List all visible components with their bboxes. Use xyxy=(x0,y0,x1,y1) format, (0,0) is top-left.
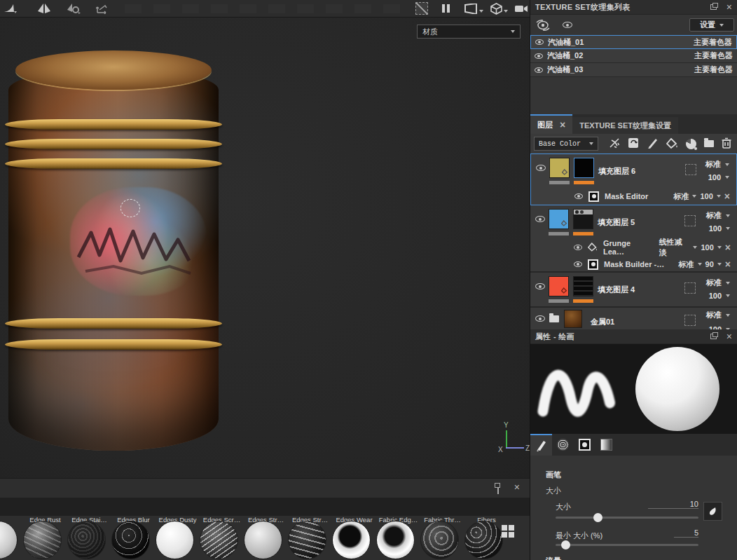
fill-color-thumbnail[interactable] xyxy=(549,209,569,229)
effect-visibility-icon[interactable] xyxy=(574,193,583,199)
fill-color-thumbnail[interactable] xyxy=(549,158,570,178)
close-icon[interactable]: × xyxy=(514,484,520,491)
material-thumbnail[interactable] xyxy=(288,521,326,559)
layer-visibility-icon[interactable] xyxy=(535,283,545,289)
pause-engine-icon[interactable] xyxy=(439,1,453,16)
remove-effect-icon[interactable]: × xyxy=(725,261,731,268)
symmetry-icon[interactable] xyxy=(34,1,55,16)
shading-mode-select[interactable]: 材质 xyxy=(417,25,521,39)
blend-mode-select[interactable]: 标准 xyxy=(706,278,730,288)
viewport-mode-icon[interactable] xyxy=(460,1,487,16)
effect-visibility-icon[interactable] xyxy=(574,261,582,267)
float-panel-icon[interactable] xyxy=(497,485,499,493)
uv-transform-icon[interactable] xyxy=(684,282,696,294)
add-paint-layer-icon[interactable] xyxy=(647,137,659,150)
add-folder-icon[interactable] xyxy=(704,140,714,147)
material-thumbnail[interactable] xyxy=(332,521,371,559)
folder-thumbnail[interactable] xyxy=(564,310,582,328)
add-smart-mask-icon[interactable] xyxy=(686,139,696,149)
blend-mode-select[interactable]: 标准 xyxy=(705,159,729,170)
size-slider[interactable] xyxy=(556,517,698,519)
uv-reproject-icon[interactable] xyxy=(92,1,112,16)
deselect-icon[interactable] xyxy=(412,1,432,16)
mask-thumbnail[interactable] xyxy=(573,209,593,229)
add-effect-icon[interactable] xyxy=(609,137,620,150)
viewport-3d[interactable]: 材质 Y X Z xyxy=(0,18,530,478)
material-thumbnail[interactable] xyxy=(111,521,150,559)
shelf-material-item[interactable]: Edge Rust xyxy=(23,516,67,560)
layer-visibility-icon[interactable] xyxy=(535,315,545,322)
close-icon[interactable]: × xyxy=(726,333,732,340)
texture-set-row[interactable]: 汽油桶_02 主要着色器 xyxy=(530,49,737,63)
layer-visibility-icon[interactable] xyxy=(536,165,546,171)
channel-select[interactable]: Base Color xyxy=(534,137,598,151)
pen-pressure-button[interactable] xyxy=(703,502,722,521)
fill-color-thumbnail[interactable] xyxy=(549,276,569,296)
tab-layers[interactable]: 图层 × xyxy=(530,114,572,134)
float-panel-icon[interactable] xyxy=(710,334,717,339)
layer-row-metal01[interactable]: 金属01 标准 100 xyxy=(530,308,737,329)
shelf-material-item[interactable]: Fabric Edg… xyxy=(376,516,420,560)
layer-name[interactable]: 金属01 xyxy=(591,317,614,327)
texture-set-row[interactable]: 汽油桶_03 主要着色器 xyxy=(530,63,737,77)
delete-layer-icon[interactable] xyxy=(722,137,731,150)
visibility-eye-icon[interactable] xyxy=(563,22,572,28)
paint-tool-icon[interactable] xyxy=(0,1,21,16)
material-thumbnail[interactable] xyxy=(23,521,62,559)
min-size-value-field[interactable]: 5 xyxy=(674,528,698,538)
layer-row-fill4[interactable]: 填充图层 4 标准 100 xyxy=(530,273,737,308)
shelf-material-item[interactable]: … xyxy=(0,516,23,560)
mesh-display-icon[interactable] xyxy=(487,1,511,16)
mask-thumbnail[interactable] xyxy=(574,158,594,178)
close-icon[interactable]: × xyxy=(726,4,732,11)
material-thumbnail[interactable] xyxy=(156,521,194,559)
shelf-material-item[interactable]: Edge Stai… xyxy=(67,516,111,560)
size-slider-knob[interactable] xyxy=(593,513,602,522)
uv-transform-icon[interactable] xyxy=(684,215,696,226)
eye-icon[interactable] xyxy=(535,39,544,45)
opacity-select[interactable]: 100 xyxy=(709,224,730,233)
layer-name[interactable]: 填充图层 5 xyxy=(598,217,635,228)
add-fill-layer-icon[interactable] xyxy=(666,138,678,150)
layer-row-fill5[interactable]: 填充图层 5 标准 100 Grunge Lea… 线性减淡 100 xyxy=(530,205,737,273)
effect-row-grunge[interactable]: Grunge Lea… 线性减淡 100 × xyxy=(530,239,737,256)
sync-visibility-icon[interactable] xyxy=(536,20,550,31)
shelf-material-item[interactable]: Edges Scr… xyxy=(200,516,244,560)
material-thumbnail[interactable] xyxy=(376,521,415,559)
material-thumbnail[interactable] xyxy=(67,521,106,559)
mask-thumbnail[interactable] xyxy=(573,276,593,296)
material-thumbnail[interactable] xyxy=(244,521,282,559)
min-size-slider[interactable] xyxy=(556,544,698,546)
close-icon[interactable]: × xyxy=(560,121,565,128)
remove-effect-icon[interactable]: × xyxy=(724,193,730,200)
tab-stencil[interactable] xyxy=(574,434,595,456)
grid-view-icon[interactable] xyxy=(502,525,514,538)
layer-name[interactable]: 填充图层 6 xyxy=(598,166,635,177)
blend-mode-select[interactable]: 标准 xyxy=(706,310,730,320)
blend-mode-select[interactable]: 标准 xyxy=(706,210,730,221)
effect-row-mask-editor[interactable]: Mask Editor 标准 100 × xyxy=(531,188,736,205)
layer-visibility-icon[interactable] xyxy=(535,216,545,222)
opacity-select[interactable]: 100 xyxy=(708,173,729,182)
add-smart-material-icon[interactable] xyxy=(628,137,640,150)
shelf-material-item[interactable]: Edges Str… xyxy=(244,516,288,560)
shelf-material-item[interactable]: Edges Wear xyxy=(332,516,376,560)
eye-icon[interactable] xyxy=(535,67,543,73)
symmetry-settings-icon[interactable] xyxy=(63,1,85,16)
opacity-select[interactable]: 100 xyxy=(709,292,730,300)
shelf-material-item[interactable]: Fibers xyxy=(464,516,509,560)
tab-brush[interactable] xyxy=(530,434,552,456)
remove-effect-icon[interactable]: × xyxy=(725,244,731,251)
material-thumbnail[interactable] xyxy=(200,521,238,559)
material-thumbnail[interactable] xyxy=(464,521,503,559)
layer-name[interactable]: 填充图层 4 xyxy=(598,285,635,295)
tab-alpha[interactable] xyxy=(552,434,574,456)
material-thumbnail[interactable] xyxy=(0,521,18,559)
shader-link[interactable]: 主要着色器 xyxy=(694,50,733,61)
layer-row-fill6[interactable]: 填充图层 6 标准 100 Mask Editor 标准 100 xyxy=(530,153,737,205)
uv-transform-icon[interactable] xyxy=(685,164,696,175)
float-panel-icon[interactable] xyxy=(710,4,717,10)
tab-texture-set-settings[interactable]: TEXTURE SET纹理集设置 xyxy=(572,117,678,134)
settings-button[interactable]: 设置 xyxy=(689,18,734,32)
eye-icon[interactable] xyxy=(535,53,543,59)
